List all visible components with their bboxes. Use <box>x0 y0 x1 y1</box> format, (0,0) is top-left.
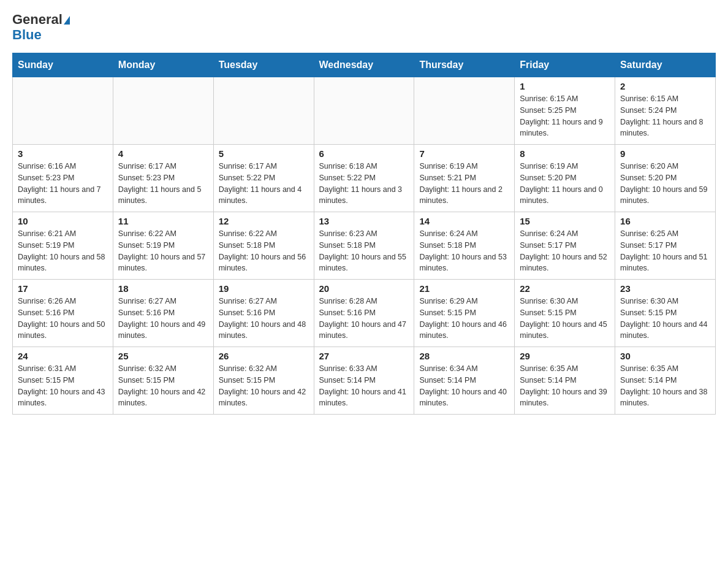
day-cell: 21Sunrise: 6:29 AMSunset: 5:15 PMDayligh… <box>414 280 515 347</box>
day-cell: 17Sunrise: 6:26 AMSunset: 5:16 PMDayligh… <box>13 280 113 347</box>
col-header-saturday: Saturday <box>615 53 716 77</box>
day-info: Sunrise: 6:30 AMSunset: 5:15 PMDaylight:… <box>620 296 710 342</box>
day-cell <box>414 77 515 145</box>
day-info: Sunrise: 6:17 AMSunset: 5:22 PMDaylight:… <box>219 161 309 207</box>
week-row-1: 1Sunrise: 6:15 AMSunset: 5:25 PMDaylight… <box>13 77 716 145</box>
day-cell: 13Sunrise: 6:23 AMSunset: 5:18 PMDayligh… <box>314 212 414 280</box>
day-info: Sunrise: 6:25 AMSunset: 5:17 PMDaylight:… <box>620 228 710 274</box>
day-number: 2 <box>620 81 710 91</box>
day-info: Sunrise: 6:17 AMSunset: 5:23 PMDaylight:… <box>118 161 208 207</box>
day-cell: 8Sunrise: 6:19 AMSunset: 5:20 PMDaylight… <box>515 145 615 212</box>
day-cell: 16Sunrise: 6:25 AMSunset: 5:17 PMDayligh… <box>615 212 716 280</box>
day-cell: 24Sunrise: 6:31 AMSunset: 5:15 PMDayligh… <box>13 347 113 415</box>
day-cell: 11Sunrise: 6:22 AMSunset: 5:19 PMDayligh… <box>113 212 213 280</box>
week-row-5: 24Sunrise: 6:31 AMSunset: 5:15 PMDayligh… <box>13 347 716 415</box>
day-info: Sunrise: 6:31 AMSunset: 5:15 PMDaylight:… <box>18 363 108 409</box>
day-info: Sunrise: 6:24 AMSunset: 5:18 PMDaylight:… <box>419 228 509 274</box>
day-number: 3 <box>18 148 108 159</box>
day-number: 17 <box>18 283 108 294</box>
day-number: 28 <box>419 351 509 361</box>
day-number: 1 <box>520 81 610 91</box>
day-info: Sunrise: 6:15 AMSunset: 5:24 PMDaylight:… <box>620 93 710 139</box>
day-cell: 23Sunrise: 6:30 AMSunset: 5:15 PMDayligh… <box>615 280 716 347</box>
day-info: Sunrise: 6:30 AMSunset: 5:15 PMDaylight:… <box>520 296 610 342</box>
day-cell: 4Sunrise: 6:17 AMSunset: 5:23 PMDaylight… <box>113 145 213 212</box>
day-number: 29 <box>520 351 610 361</box>
day-number: 18 <box>118 283 208 294</box>
day-cell: 25Sunrise: 6:32 AMSunset: 5:15 PMDayligh… <box>113 347 213 415</box>
day-number: 12 <box>219 216 309 226</box>
day-cell <box>213 77 314 145</box>
day-number: 16 <box>620 216 710 226</box>
day-number: 20 <box>319 283 409 294</box>
day-info: Sunrise: 6:22 AMSunset: 5:19 PMDaylight:… <box>118 228 208 274</box>
day-number: 27 <box>319 351 409 361</box>
day-cell: 3Sunrise: 6:16 AMSunset: 5:23 PMDaylight… <box>13 145 113 212</box>
day-cell: 27Sunrise: 6:33 AMSunset: 5:14 PMDayligh… <box>314 347 414 415</box>
day-info: Sunrise: 6:34 AMSunset: 5:14 PMDaylight:… <box>419 363 509 409</box>
day-number: 15 <box>520 216 610 226</box>
day-number: 23 <box>620 283 710 294</box>
day-info: Sunrise: 6:27 AMSunset: 5:16 PMDaylight:… <box>118 296 208 342</box>
day-info: Sunrise: 6:18 AMSunset: 5:22 PMDaylight:… <box>319 161 409 207</box>
day-number: 24 <box>18 351 108 361</box>
day-info: Sunrise: 6:33 AMSunset: 5:14 PMDaylight:… <box>319 363 409 409</box>
day-info: Sunrise: 6:19 AMSunset: 5:21 PMDaylight:… <box>419 161 509 207</box>
day-cell: 29Sunrise: 6:35 AMSunset: 5:14 PMDayligh… <box>515 347 615 415</box>
col-header-wednesday: Wednesday <box>314 53 414 77</box>
logo-line2: Blue <box>12 27 42 43</box>
calendar-table: SundayMondayTuesdayWednesdayThursdayFrid… <box>12 53 716 415</box>
day-cell: 2Sunrise: 6:15 AMSunset: 5:24 PMDaylight… <box>615 77 716 145</box>
day-info: Sunrise: 6:26 AMSunset: 5:16 PMDaylight:… <box>18 296 108 342</box>
day-cell: 19Sunrise: 6:27 AMSunset: 5:16 PMDayligh… <box>213 280 314 347</box>
day-number: 11 <box>118 216 208 226</box>
day-number: 8 <box>520 148 610 159</box>
day-info: Sunrise: 6:20 AMSunset: 5:20 PMDaylight:… <box>620 161 710 207</box>
day-cell: 18Sunrise: 6:27 AMSunset: 5:16 PMDayligh… <box>113 280 213 347</box>
day-number: 19 <box>219 283 309 294</box>
day-info: Sunrise: 6:35 AMSunset: 5:14 PMDaylight:… <box>520 363 610 409</box>
day-number: 26 <box>219 351 309 361</box>
day-cell: 10Sunrise: 6:21 AMSunset: 5:19 PMDayligh… <box>13 212 113 280</box>
day-info: Sunrise: 6:35 AMSunset: 5:14 PMDaylight:… <box>620 363 710 409</box>
day-cell: 5Sunrise: 6:17 AMSunset: 5:22 PMDaylight… <box>213 145 314 212</box>
day-number: 30 <box>620 351 710 361</box>
day-number: 13 <box>319 216 409 226</box>
day-info: Sunrise: 6:19 AMSunset: 5:20 PMDaylight:… <box>520 161 610 207</box>
day-cell <box>314 77 414 145</box>
day-number: 7 <box>419 148 509 159</box>
day-info: Sunrise: 6:27 AMSunset: 5:16 PMDaylight:… <box>219 296 309 342</box>
day-info: Sunrise: 6:32 AMSunset: 5:15 PMDaylight:… <box>118 363 208 409</box>
day-cell <box>13 77 113 145</box>
day-cell: 20Sunrise: 6:28 AMSunset: 5:16 PMDayligh… <box>314 280 414 347</box>
day-info: Sunrise: 6:15 AMSunset: 5:25 PMDaylight:… <box>520 93 610 139</box>
day-info: Sunrise: 6:29 AMSunset: 5:15 PMDaylight:… <box>419 296 509 342</box>
calendar-header-row: SundayMondayTuesdayWednesdayThursdayFrid… <box>13 53 716 77</box>
day-cell: 9Sunrise: 6:20 AMSunset: 5:20 PMDaylight… <box>615 145 716 212</box>
day-info: Sunrise: 6:23 AMSunset: 5:18 PMDaylight:… <box>319 228 409 274</box>
day-cell: 15Sunrise: 6:24 AMSunset: 5:17 PMDayligh… <box>515 212 615 280</box>
day-cell: 22Sunrise: 6:30 AMSunset: 5:15 PMDayligh… <box>515 280 615 347</box>
day-number: 4 <box>118 148 208 159</box>
day-number: 10 <box>18 216 108 226</box>
day-cell: 6Sunrise: 6:18 AMSunset: 5:22 PMDaylight… <box>314 145 414 212</box>
logo-line1: General <box>12 12 70 27</box>
day-info: Sunrise: 6:21 AMSunset: 5:19 PMDaylight:… <box>18 228 108 274</box>
logo: General Blue <box>12 12 70 43</box>
day-cell: 12Sunrise: 6:22 AMSunset: 5:18 PMDayligh… <box>213 212 314 280</box>
day-info: Sunrise: 6:24 AMSunset: 5:17 PMDaylight:… <box>520 228 610 274</box>
week-row-4: 17Sunrise: 6:26 AMSunset: 5:16 PMDayligh… <box>13 280 716 347</box>
week-row-3: 10Sunrise: 6:21 AMSunset: 5:19 PMDayligh… <box>13 212 716 280</box>
day-cell: 14Sunrise: 6:24 AMSunset: 5:18 PMDayligh… <box>414 212 515 280</box>
col-header-thursday: Thursday <box>414 53 515 77</box>
day-info: Sunrise: 6:22 AMSunset: 5:18 PMDaylight:… <box>219 228 309 274</box>
col-header-friday: Friday <box>515 53 615 77</box>
day-info: Sunrise: 6:32 AMSunset: 5:15 PMDaylight:… <box>219 363 309 409</box>
day-cell <box>113 77 213 145</box>
day-info: Sunrise: 6:28 AMSunset: 5:16 PMDaylight:… <box>319 296 409 342</box>
day-number: 25 <box>118 351 208 361</box>
day-cell: 7Sunrise: 6:19 AMSunset: 5:21 PMDaylight… <box>414 145 515 212</box>
day-number: 5 <box>219 148 309 159</box>
col-header-tuesday: Tuesday <box>213 53 314 77</box>
day-number: 22 <box>520 283 610 294</box>
